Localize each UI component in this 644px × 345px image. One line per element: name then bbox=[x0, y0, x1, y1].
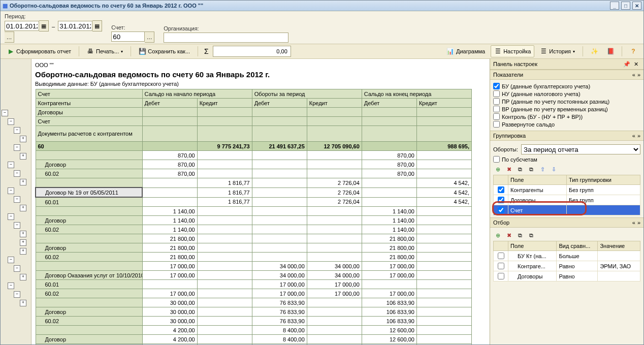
expand-icon[interactable]: + bbox=[20, 248, 26, 255]
filter-checkbox[interactable] bbox=[498, 273, 504, 279]
table-row[interactable]: 60.02870,00870,00 bbox=[36, 169, 472, 178]
collapse-icon[interactable]: − bbox=[14, 144, 20, 151]
collapse-icon[interactable]: − bbox=[14, 170, 20, 177]
indicator-checkbox[interactable] bbox=[493, 98, 500, 105]
turnover-select[interactable]: За период отчета bbox=[521, 144, 640, 154]
panel-pin-button[interactable]: 📌 bbox=[622, 59, 631, 69]
grouping-checkbox[interactable] bbox=[498, 186, 504, 193]
maximize-button[interactable]: □ bbox=[621, 2, 630, 10]
filter-checkbox[interactable] bbox=[498, 263, 504, 269]
calendar-icon[interactable]: ▦ bbox=[92, 20, 102, 32]
filter-row[interactable]: БУ Кт (на...Больше bbox=[494, 251, 640, 261]
print-button[interactable]: 🖶 Печать... ▾ bbox=[83, 45, 126, 57]
collapse-icon[interactable]: − bbox=[8, 187, 14, 194]
save-as-button[interactable]: 💾 Сохранить как... bbox=[135, 45, 194, 57]
help-button[interactable]: ? bbox=[626, 45, 640, 57]
table-row[interactable]: 609 775 241,7321 491 637,2512 705 090,60… bbox=[36, 142, 472, 151]
table-row[interactable]: 1 140,001 140,00 bbox=[36, 207, 472, 216]
account-picker-button[interactable]: … bbox=[145, 32, 154, 43]
minimize-button[interactable]: _ bbox=[610, 2, 619, 10]
indicator-checkbox[interactable] bbox=[493, 83, 500, 89]
filter-checkbox[interactable] bbox=[498, 253, 504, 259]
grouping-checkbox[interactable] bbox=[498, 207, 504, 213]
table-row[interactable]: 60.024 200,008 400,0012 600,00 bbox=[36, 344, 472, 345]
collapse-icon[interactable]: − bbox=[8, 283, 14, 289]
collapse-icon[interactable]: − bbox=[14, 291, 20, 298]
filter-row[interactable]: Контраге...РавноЭРМИ, ЗАО bbox=[494, 261, 640, 271]
tool-icon-1[interactable]: ✨ bbox=[587, 45, 601, 57]
panel-close-button[interactable]: ✕ bbox=[631, 59, 640, 69]
expand-icon[interactable]: + bbox=[20, 274, 26, 280]
diagram-button[interactable]: 📊 Диаграмма bbox=[443, 45, 489, 57]
expand-icon[interactable]: + bbox=[20, 205, 26, 211]
delete-icon[interactable]: ✖ bbox=[504, 231, 513, 240]
indicator-checkbox[interactable] bbox=[493, 90, 500, 97]
tool-icon-2[interactable]: 📕 bbox=[603, 45, 618, 57]
settings-button[interactable]: ☰ Настройка bbox=[491, 45, 534, 57]
down-icon[interactable]: ⇩ bbox=[549, 165, 558, 174]
copy2-icon[interactable]: ⧉ bbox=[527, 231, 536, 240]
table-row[interactable]: Договор4 200,008 400,0012 600,00 bbox=[36, 335, 472, 344]
filter-row[interactable]: ДоговорыРавно bbox=[494, 271, 640, 281]
collapse-icon[interactable]: − bbox=[14, 196, 20, 203]
expand-icon[interactable]: + bbox=[20, 153, 26, 160]
account-input[interactable] bbox=[111, 32, 145, 42]
date-to-input[interactable] bbox=[58, 21, 92, 31]
collapse-icon[interactable]: − bbox=[14, 127, 20, 134]
section-collapse-icon[interactable]: « bbox=[632, 133, 635, 139]
table-row[interactable]: Договор870,00870,00 bbox=[36, 160, 472, 169]
table-row[interactable]: 60.0217 000,0017 000,0017 000,0017 000,0… bbox=[36, 289, 472, 298]
copy-icon[interactable]: ⧉ bbox=[516, 231, 525, 240]
collapse-icon[interactable]: − bbox=[2, 110, 8, 116]
table-row[interactable]: 60.011 816,772 726,044 542, bbox=[36, 197, 472, 207]
collapse-icon[interactable]: − bbox=[8, 213, 14, 220]
table-row[interactable]: 4 200,008 400,0012 600,00 bbox=[36, 326, 472, 335]
subaccounts-checkbox[interactable] bbox=[493, 156, 500, 163]
calendar-icon[interactable]: ▦ bbox=[39, 20, 49, 32]
indicator-checkbox[interactable] bbox=[493, 106, 500, 112]
date-from-input[interactable] bbox=[5, 21, 39, 31]
table-row[interactable]: 60.0221 800,0021 800,00 bbox=[36, 253, 472, 262]
history-button[interactable]: ☰ История ▾ bbox=[536, 45, 578, 57]
grouping-row[interactable]: Счет bbox=[494, 205, 640, 215]
table-row[interactable]: Договор21 800,0021 800,00 bbox=[36, 243, 472, 253]
section-expand-icon[interactable]: » bbox=[637, 72, 640, 78]
collapse-icon[interactable]: − bbox=[14, 265, 20, 272]
report-area[interactable]: −−−+−+−−+−−+−−+++−−+−−+ ООО "" Оборотно-… bbox=[1, 59, 490, 344]
table-row[interactable]: 60.0117 000,0017 000,00 bbox=[36, 280, 472, 289]
section-collapse-icon[interactable]: « bbox=[632, 219, 635, 226]
table-row[interactable]: 1 816,772 726,044 542, bbox=[36, 178, 472, 188]
form-report-button[interactable]: ▶ Сформировать отчет bbox=[4, 45, 75, 57]
table-row[interactable]: 21 800,0021 800,00 bbox=[36, 234, 472, 243]
expand-icon[interactable]: + bbox=[20, 231, 26, 237]
expand-icon[interactable]: + bbox=[20, 239, 26, 246]
grouping-row[interactable]: ДоговорыБез групп bbox=[494, 195, 640, 205]
delete-icon[interactable]: ✖ bbox=[504, 165, 513, 174]
grouping-row[interactable]: КонтрагентыБез групп bbox=[494, 185, 640, 195]
indicator-checkbox[interactable] bbox=[493, 121, 500, 128]
expand-icon[interactable]: + bbox=[20, 179, 26, 185]
add-icon[interactable]: ⊕ bbox=[493, 165, 502, 174]
collapse-icon[interactable]: − bbox=[14, 222, 20, 229]
table-row[interactable]: 30 000,0076 833,90106 833,90 bbox=[36, 298, 472, 307]
expand-icon[interactable]: + bbox=[20, 136, 26, 142]
table-row[interactable]: Договор1 140,001 140,00 bbox=[36, 216, 472, 225]
table-row[interactable]: 870,00870,00 bbox=[36, 151, 472, 160]
collapse-icon[interactable]: − bbox=[8, 162, 14, 168]
collapse-icon[interactable]: − bbox=[8, 118, 14, 125]
table-row[interactable]: Договор30 000,0076 833,90106 833,90 bbox=[36, 307, 472, 317]
indicator-checkbox[interactable] bbox=[493, 113, 500, 120]
table-row[interactable]: Договор Оказания услуг от 10/10/2010г.17… bbox=[36, 271, 472, 280]
up-icon[interactable]: ⇧ bbox=[538, 165, 547, 174]
close-button[interactable]: ✕ bbox=[632, 2, 641, 10]
section-collapse-icon[interactable]: « bbox=[632, 72, 635, 78]
grouping-checkbox[interactable] bbox=[498, 197, 504, 203]
period-picker-button[interactable]: … bbox=[5, 32, 14, 43]
section-expand-icon[interactable]: » bbox=[637, 219, 640, 226]
table-row[interactable]: 17 000,0034 000,0034 000,0017 000,00 bbox=[36, 262, 472, 271]
table-row[interactable]: Договор № 19 от 05/05/20111 816,772 726,… bbox=[36, 187, 472, 197]
copy2-icon[interactable]: ⧉ bbox=[527, 165, 536, 174]
table-row[interactable]: 60.021 140,001 140,00 bbox=[36, 225, 472, 234]
add-icon[interactable]: ⊕ bbox=[493, 231, 502, 240]
expand-icon[interactable]: + bbox=[20, 300, 26, 306]
